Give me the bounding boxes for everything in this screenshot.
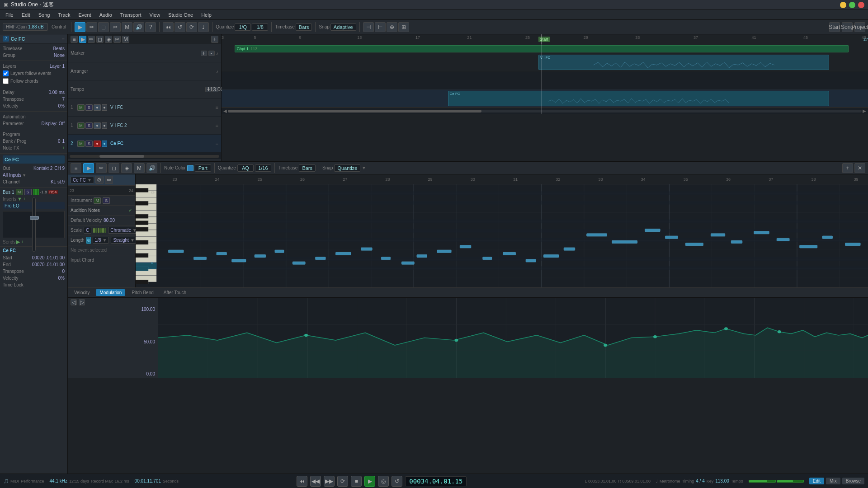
- start-btn[interactable]: Start: [829, 22, 840, 32]
- follow-chords-checkbox[interactable]: [3, 78, 9, 84]
- inst-mute-btn[interactable]: M: [94, 197, 101, 204]
- track1-solo[interactable]: S: [85, 104, 93, 111]
- timeline-eraser-btn[interactable]: ◻: [96, 36, 104, 43]
- edit-view-btn[interactable]: Edit: [809, 478, 824, 484]
- clip-end-val[interactable]: 00070 .01.01.00: [32, 262, 65, 267]
- snap3-btn[interactable]: ⊕: [387, 22, 397, 32]
- next-btn[interactable]: ▶▶: [324, 476, 335, 487]
- velocity-value[interactable]: 0%: [58, 103, 65, 108]
- track2-monitor[interactable]: ●: [94, 122, 101, 129]
- scale-key-dropdown[interactable]: C: [84, 227, 91, 234]
- pr-speaker-btn[interactable]: 🔊: [146, 163, 157, 173]
- timebase-value[interactable]: Bars: [296, 23, 312, 31]
- snap-value[interactable]: Adaptive: [330, 23, 356, 31]
- pr-select-btn[interactable]: ▶: [83, 163, 94, 173]
- help-btn[interactable]: ?: [145, 22, 156, 32]
- snap4-btn[interactable]: ⊞: [398, 22, 409, 32]
- menu-audio[interactable]: Audio: [96, 11, 116, 19]
- length-type-dropdown[interactable]: Straight ▼: [111, 237, 137, 244]
- out-value[interactable]: Kontakt 2: [33, 166, 52, 171]
- timeline-pencil-btn[interactable]: ✏: [88, 36, 95, 43]
- project-btn[interactable]: Project: [854, 22, 865, 32]
- note-color-val[interactable]: Part: [195, 164, 211, 172]
- loop-btn[interactable]: ↺: [175, 22, 185, 32]
- track2-solo[interactable]: S: [85, 122, 93, 129]
- tempo-value-btn[interactable]: 113.00: [212, 87, 218, 92]
- track1-arm[interactable]: ●: [102, 104, 107, 111]
- pr-magnet-btn[interactable]: ◈: [121, 163, 132, 173]
- prev-btn[interactable]: ◀◀: [310, 476, 321, 487]
- timeline-scissors-btn[interactable]: ✂: [113, 36, 121, 43]
- close-button[interactable]: [858, 2, 864, 8]
- pr-quantize-val[interactable]: AQ: [237, 164, 254, 172]
- note-color-picker[interactable]: [187, 165, 193, 171]
- parameter-value[interactable]: Display: Off: [42, 121, 65, 126]
- pr-pencil-btn[interactable]: ✏: [96, 163, 107, 173]
- scrollbar-thumb[interactable]: [99, 155, 144, 158]
- rewind-to-start-btn[interactable]: ⏮: [297, 476, 307, 487]
- layers-value[interactable]: Layer 1: [50, 64, 65, 69]
- loop2-btn[interactable]: ⟳: [186, 22, 197, 32]
- click-btn[interactable]: ◎: [378, 476, 389, 487]
- loop-transport-btn[interactable]: ⟳: [337, 476, 348, 487]
- play-btn[interactable]: ▶: [364, 476, 375, 487]
- clip-transpose-val[interactable]: 0: [62, 269, 65, 274]
- length-link-btn[interactable]: ⊕: [86, 237, 91, 244]
- snap-left-btn[interactable]: ⊣: [363, 22, 374, 32]
- track3-record[interactable]: ●: [94, 141, 101, 147]
- sends-expand[interactable]: ▶: [16, 239, 20, 245]
- pr-settings-btn[interactable]: ⚙: [95, 176, 104, 184]
- menu-view[interactable]: View: [146, 11, 164, 19]
- pr-part-dropdown[interactable]: Ce FC ▼: [71, 177, 94, 183]
- track3-mute[interactable]: M: [77, 141, 85, 147]
- select-tool[interactable]: ▶: [75, 22, 85, 32]
- timebase-value[interactable]: Beats: [53, 46, 65, 51]
- aftertouch-tab[interactable]: After Touch: [160, 289, 190, 296]
- marker-remove-btn[interactable]: -: [208, 51, 215, 56]
- inputs-value[interactable]: All Inputs: [3, 173, 21, 178]
- layers-follow-checkbox[interactable]: [3, 70, 9, 76]
- pr-audition-row[interactable]: Audition Notes ✓: [68, 206, 135, 216]
- bank-value[interactable]: 0: [58, 139, 61, 144]
- menu-file[interactable]: File: [2, 11, 17, 19]
- velocity-tab[interactable]: Velocity: [71, 289, 93, 296]
- track2-mute[interactable]: M: [77, 122, 85, 129]
- ch-value[interactable]: CH 9: [54, 166, 65, 171]
- channel-value[interactable]: Kt. st.9: [51, 179, 65, 184]
- minimize-button[interactable]: [840, 2, 846, 8]
- bus-solo-btn[interactable]: S: [24, 189, 32, 195]
- track3-arm[interactable]: ●: [102, 141, 107, 147]
- modulation-tab[interactable]: Modulation: [96, 289, 125, 296]
- pr-eraser-btn[interactable]: ◻: [108, 163, 119, 173]
- default-vel-val[interactable]: 80.00: [104, 218, 115, 223]
- rewind-btn[interactable]: ⏮: [163, 22, 174, 32]
- quantize-q-value[interactable]: 1/Q: [235, 23, 251, 31]
- timeline-scrollbar-thumb[interactable]: [228, 110, 481, 113]
- marker-add-btn[interactable]: +: [201, 51, 207, 56]
- chpt-clip[interactable]: Chpt 1 113: [235, 45, 849, 52]
- group-value[interactable]: None: [54, 53, 65, 58]
- timeline-scrollbar[interactable]: ◀ ▶: [222, 108, 868, 114]
- length-val-dropdown[interactable]: 1/8 ▼: [93, 237, 109, 244]
- add-track-btn[interactable]: +: [211, 36, 218, 43]
- fader-track[interactable]: [32, 197, 36, 252]
- track1-mute[interactable]: M: [77, 104, 85, 111]
- timeline-mute-btn[interactable]: M: [122, 36, 129, 43]
- menu-help[interactable]: Help: [198, 11, 215, 19]
- pr-close-btn[interactable]: ✕: [854, 163, 865, 173]
- mute-tool[interactable]: M: [122, 22, 132, 32]
- timeline-menu-btn[interactable]: ≡: [71, 36, 78, 43]
- track2-arm[interactable]: ●: [102, 122, 107, 129]
- clip-velocity-val[interactable]: 0%: [58, 276, 65, 281]
- snap-right-btn[interactable]: ⊢: [375, 22, 386, 32]
- menu-studio-one[interactable]: Studio One: [165, 11, 197, 19]
- track3-solo[interactable]: S: [85, 141, 93, 147]
- inst-solo-btn[interactable]: S: [103, 197, 110, 204]
- loop-mode-btn[interactable]: ↺: [392, 476, 402, 487]
- sends-add[interactable]: +: [21, 239, 24, 244]
- h-scrollbar[interactable]: [68, 153, 221, 159]
- stop-btn[interactable]: ■: [351, 476, 362, 487]
- mix-view-btn[interactable]: Mix: [826, 478, 840, 484]
- track3-clip[interactable]: Ce FC: [448, 91, 830, 106]
- pr-snap-val[interactable]: Quantize: [334, 164, 360, 172]
